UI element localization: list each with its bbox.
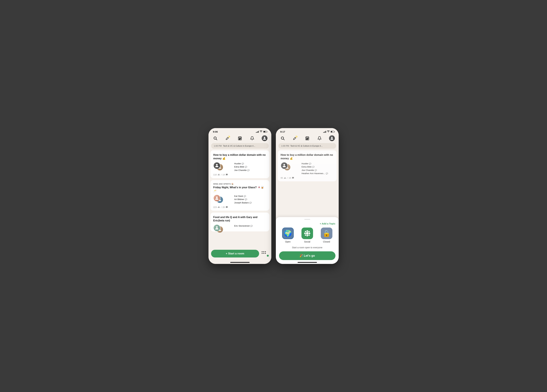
bottom-bar-1: + Start a room <box>208 248 271 261</box>
speaker-names-3: Eric Stonestreet 💬 <box>234 224 253 227</box>
calendar-icon-2[interactable] <box>304 135 310 141</box>
bell-icon-1[interactable] <box>249 135 255 141</box>
social-type-label: Social <box>304 240 310 243</box>
grid-menu-1[interactable] <box>261 251 269 257</box>
speaker-avatar-2a <box>213 194 220 202</box>
lets-go-button[interactable]: 🎉 Let's go <box>279 251 335 260</box>
social-type-icon <box>301 227 313 239</box>
speaker-name-2-1a: Hustler 💬 <box>302 162 328 165</box>
room-card-3[interactable]: Food and life Q and A with Gary and Eric… <box>210 213 269 231</box>
room-type-options: 🌍 Open <box>279 227 335 243</box>
svg-point-34 <box>307 235 308 236</box>
avatar-icon-2[interactable] <box>329 135 335 141</box>
battery-icon-1 <box>263 131 267 133</box>
svg-rect-8 <box>240 138 241 139</box>
avatar-icon-1[interactable] <box>262 135 267 141</box>
phone-1: 9:06 <box>208 128 271 264</box>
svg-point-35 <box>304 233 306 234</box>
user-avatar-1 <box>262 135 267 141</box>
speaker-avatars-1 <box>213 162 223 172</box>
speaker-avatar-3a <box>213 224 220 231</box>
announcement-bar-2[interactable]: 1:00 PM Tech & VC & Culture in Europe #.… <box>278 143 336 149</box>
speaker-name-2c: Joseph Badaro 💬 <box>234 201 252 204</box>
search-icon-2[interactable] <box>280 135 286 141</box>
phone-2: 9:17 <box>276 128 339 264</box>
open-type-label: Open <box>285 240 290 243</box>
svg-line-19 <box>283 139 284 140</box>
speaker-name-2-1b: Edna Bibb 💬 <box>302 165 328 168</box>
svg-rect-9 <box>239 139 239 139</box>
slash-1: / <box>221 173 222 176</box>
nav-bar-2: ✨ <box>276 134 339 142</box>
bell-icon-2[interactable] <box>317 135 322 141</box>
room-title-1: How to buy a million dollar domain with … <box>213 153 267 160</box>
comment-count-2-1: 18 <box>289 177 291 179</box>
room-club-2: WINE AND SPIRITS 🏠 <box>213 183 267 185</box>
room-card-2[interactable]: WINE AND SPIRITS 🏠 Friday Night, What's … <box>210 180 269 211</box>
speaker-name-2b: Ari Bildner 💬 <box>234 198 252 201</box>
announcement-text-1: Tech & VC & Culture in Europe #... <box>223 145 255 147</box>
svg-point-29 <box>331 137 333 138</box>
sparkle-icon-2: ✨ <box>295 135 298 138</box>
closed-type-icon: 🔒 <box>321 227 332 239</box>
room-card-2-1[interactable]: How to buy a million dollar domain with … <box>278 150 337 181</box>
room-title-3: Food and life Q and A with Gary and Eric… <box>213 215 267 222</box>
status-time-2: 9:17 <box>280 130 285 133</box>
svg-point-12 <box>216 164 218 166</box>
comment-count-1: 14 <box>223 173 225 176</box>
room-card-1[interactable]: How to buy a million dollar domain with … <box>210 150 269 178</box>
status-time-1: 9:06 <box>213 130 218 133</box>
room-type-social[interactable]: Social <box>298 227 316 243</box>
room-speakers-3: Eric Stonestreet 💬 <box>213 224 267 227</box>
status-bar-1: 9:06 <box>208 128 271 134</box>
calendar-icon-1[interactable] <box>237 135 243 141</box>
svg-rect-7 <box>239 138 240 139</box>
svg-rect-26 <box>308 138 308 139</box>
room-meta-1: 110 / 14 <box>213 173 267 176</box>
comment-count-2: 20 <box>223 206 225 208</box>
status-icons-2 <box>323 131 334 133</box>
user-avatar-2 <box>329 135 335 141</box>
sparkle-icon-1: ✨ <box>228 135 230 138</box>
room-type-description: Start a room open to everyone <box>279 246 335 249</box>
svg-point-16 <box>216 226 218 228</box>
speaker-avatar-1a <box>213 162 220 169</box>
compose-icon-2[interactable]: ✨ <box>292 135 298 141</box>
room-type-closed[interactable]: 🔒 Closed <box>318 227 335 243</box>
speaker-names-2-1: Hustler 💬 Edna Bibb 💬 Joe Charette 💬 Hea… <box>302 162 328 175</box>
compose-icon-1[interactable]: ✨ <box>225 135 230 141</box>
status-bar-2: 9:17 <box>276 128 339 134</box>
room-type-open[interactable]: 🌍 Open <box>279 227 297 243</box>
wifi-icon-2 <box>327 131 330 133</box>
svg-line-1 <box>216 139 217 140</box>
svg-point-38 <box>308 231 310 232</box>
sheet-handle <box>304 219 310 220</box>
svg-point-39 <box>305 234 306 236</box>
closed-type-label: Closed <box>323 240 330 243</box>
add-topic-button[interactable]: + Add a Topic <box>279 222 335 225</box>
svg-rect-27 <box>306 139 307 139</box>
listener-count-2: 223 <box>213 206 217 208</box>
battery-icon-2 <box>331 131 334 133</box>
home-indicator-2 <box>276 261 339 264</box>
room-type-modal: + Add a Topic 🌍 Open <box>276 217 339 264</box>
announcement-time-1: 1:00 PM <box>214 145 222 147</box>
room-title-2: Friday Night, What's in your Glass? 🍷🥃🥂 <box>213 186 267 193</box>
announcement-bar-1[interactable]: 1:00 PM Tech & VC & Culture in Europe #.… <box>211 143 269 149</box>
svg-point-30 <box>283 164 285 166</box>
home-indicator-1 <box>208 261 271 264</box>
svg-point-36 <box>309 233 310 234</box>
search-icon-1[interactable] <box>212 135 218 141</box>
signal-icon-1 <box>256 131 259 133</box>
start-room-button-1[interactable]: + Start a room <box>211 250 259 258</box>
room-speakers-1: Hustler 💬 Edna Bibb 💬 Joe Charette 💬 <box>213 162 267 172</box>
status-icons-1 <box>256 131 267 133</box>
svg-rect-6 <box>239 138 239 139</box>
svg-rect-25 <box>307 138 308 139</box>
wifi-icon-1 <box>260 131 262 133</box>
svg-rect-28 <box>307 139 308 139</box>
room-meta-2: 223 / 20 <box>213 206 267 208</box>
svg-point-32 <box>306 232 308 235</box>
speaker-avatar-2-1a <box>281 162 288 169</box>
home-bar-2 <box>298 262 317 263</box>
